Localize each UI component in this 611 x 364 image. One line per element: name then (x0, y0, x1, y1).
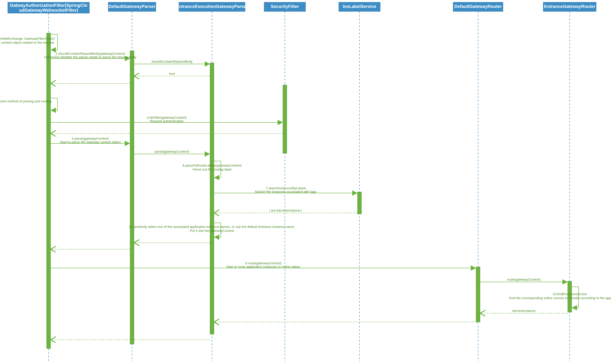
svg-text:9.route(gatewayContext): 9.route(gatewayContext) (245, 261, 281, 265)
svg-text:Determine whether the parser n: Determine whether the parser needs to pa… (44, 55, 136, 59)
activation-bar (283, 85, 287, 153)
svg-text:7.searchInstancesByLabels: 7.searchInstancesByLabels (265, 186, 306, 190)
msg-7: 7.searchInstancesByLabels Search the ins… (214, 186, 357, 194)
participant-label: GatwayAuthorizationFilter(SpringCloudGat… (10, 3, 87, 13)
msg-2: 2.shouldContainRequestBody(gatewayContex… (44, 52, 136, 59)
msg-5: 5.parse(gatewayContext) Start to parse t… (51, 137, 130, 144)
participant-label: SecurityFilter (271, 4, 299, 9)
participant-label: DefaultGatewayRouter (454, 4, 502, 9)
svg-text:Request authentication: Request authentication (150, 119, 184, 123)
msg-text: 3.gatewayDeal+ The core method of parsin… (0, 99, 51, 103)
participant-label: EntranceGatewayRouter (544, 4, 596, 9)
participant-label: EntranceExecutionGatewayParser (176, 4, 248, 9)
participant-entrance-gateway-router: EntranceGatewayRouter (543, 2, 596, 12)
svg-text:2.shouldContainRequestBody(gat: 2.shouldContainRequestBody(gatewayContex… (55, 52, 125, 55)
participant-label: DefaultGatewayParser (109, 4, 156, 9)
msg-text: 6.parseToRouteLabels(gatewayContext) (182, 163, 242, 167)
msg-text: Find the corresponding online service on… (509, 296, 611, 300)
activation-bar (47, 33, 51, 349)
msg-text: Parse out the routing label (192, 168, 231, 171)
participant-gatway-authorization-filter: GatwayAuthorizationFilter(SpringCloudGat… (8, 2, 89, 13)
msg-4: 4.doFilter(gatewayContext) Request authe… (51, 116, 283, 123)
svg-text:true: true (169, 72, 175, 76)
participant-security-filter: SecurityFilter (264, 2, 306, 12)
msg-9c: route(gatewayContext) (480, 277, 568, 282)
msg-10c: ServiceInstance (480, 309, 568, 313)
participant-default-gateway-router: DefaultGatewayRouter (453, 2, 503, 12)
participant-label: InsLabelService (343, 4, 376, 9)
msg-text: 1.getBaseGatewayContext(ServerWebExchang… (0, 37, 54, 40)
activation-bar (357, 192, 362, 214)
svg-text:Start to parse the Gateway con: Start to parse the Gateway context objec… (60, 140, 121, 144)
svg-text:Start to route application ins: Start to route application instances in … (226, 265, 300, 269)
msg-text: 10.findEntranceService (553, 292, 587, 296)
msg-2d: true (134, 72, 210, 76)
msg-text: Put it into the gatewayContext (190, 229, 234, 233)
msg-3-self (51, 98, 57, 110)
participant-entrance-execution-gateway-parser: EntranceExecutionGatewayParser (176, 2, 248, 12)
msg-9: 9.route(gatewayContext) Start to route a… (51, 261, 476, 269)
msg-text: Step one: Construct the Gateway context … (0, 40, 54, 44)
svg-text:5.parse(gatewayContext): 5.parse(gatewayContext) (72, 137, 109, 140)
participant-default-gateway-parser: DefaultGatewayParser (108, 2, 156, 12)
activation-bar (210, 63, 214, 334)
svg-text:4.doFilter(gatewayContext): 4.doFilter(gatewayContext) (147, 116, 187, 119)
participant-ins-label-service: InsLabelService (339, 2, 380, 12)
svg-text:route(gatewayContext): route(gatewayContext) (507, 277, 541, 281)
svg-text:Search the instances associate: Search the instances associated with tag… (255, 190, 316, 194)
activation-bar (476, 267, 480, 322)
svg-text:ServiceInstance: ServiceInstance (512, 309, 536, 312)
svg-text:shouldContainRequestBody: shouldContainRequestBody (151, 60, 192, 63)
activation-bar (130, 51, 134, 344)
msg-2c: shouldContainRequestBody (134, 60, 210, 64)
msg-7c: List<ServiceInstance> (214, 208, 357, 213)
sequence-diagram: GatwayAuthorizationFilter(SpringCloudGat… (0, 0, 611, 364)
svg-text:List<ServiceInstance>: List<ServiceInstance> (269, 208, 302, 212)
msg-text: 8.Randomly select one of the associated … (129, 225, 295, 229)
msg-5c: parse(gatewayContext) (134, 150, 210, 154)
svg-text:parse(gatewayContext): parse(gatewayContext) (155, 150, 189, 153)
